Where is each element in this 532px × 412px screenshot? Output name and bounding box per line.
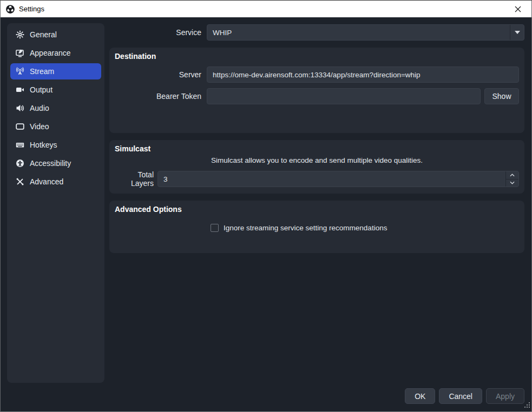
sidebar-item-label: Stream [30, 67, 54, 76]
total-layers-spinner[interactable]: 3 [157, 171, 519, 187]
spinner-up-button[interactable] [506, 171, 518, 180]
obs-logo-icon [5, 4, 15, 14]
close-icon [515, 6, 521, 12]
service-dropdown[interactable]: WHIP [207, 24, 524, 41]
window-title: Settings [19, 5, 44, 13]
ignore-recommendations-label: Ignore streaming service setting recomme… [224, 224, 387, 232]
sidebar-item-label: Video [30, 122, 49, 131]
ok-button[interactable]: OK [405, 388, 435, 404]
advanced-options-title: Advanced Options [115, 205, 519, 214]
sidebar-item-label: General [30, 30, 57, 39]
stream-settings-page: Service WHIP Destination Server Bearer T… [109, 23, 524, 412]
sidebar-item-output[interactable]: Output [10, 82, 101, 98]
sidebar-item-label: Audio [30, 104, 49, 112]
sidebar-item-stream[interactable]: Stream [10, 63, 101, 79]
sidebar-item-label: Hotkeys [30, 141, 57, 149]
sidebar-item-label: Advanced [30, 177, 63, 186]
simulcast-section: Simulcast Simulcast allows you to encode… [109, 140, 524, 194]
show-button[interactable]: Show [484, 88, 519, 104]
resize-grip[interactable] [524, 401, 530, 410]
sidebar-item-label: Output [30, 85, 52, 94]
service-row: Service WHIP [109, 24, 524, 41]
chevron-up-icon [510, 174, 515, 177]
bearer-token-row: Bearer Token Show [115, 88, 519, 104]
accessibility-icon [16, 159, 24, 168]
sidebar-item-appearance[interactable]: Appearance [10, 45, 101, 61]
sidebar-item-label: Accessibility [30, 159, 71, 168]
simulcast-description: Simulcast allows you to encode and send … [115, 156, 519, 165]
spinner-down-button[interactable] [506, 180, 518, 187]
sidebar-item-accessibility[interactable]: Accessibility [10, 155, 101, 171]
chevron-down-icon [510, 181, 515, 184]
server-label: Server [115, 70, 207, 79]
total-layers-row: Total Layers 3 [115, 171, 519, 187]
server-input[interactable] [207, 67, 519, 83]
sidebar-item-advanced[interactable]: Advanced [10, 174, 101, 190]
settings-window: Settings GeneralAppearanceStreamOutputAu… [0, 0, 532, 412]
total-layers-value: 3 [163, 175, 168, 183]
ignore-recommendations-checkbox[interactable] [211, 224, 219, 232]
advanced-icon [16, 177, 24, 186]
stream-icon [16, 67, 24, 76]
sidebar-item-video[interactable]: Video [10, 118, 101, 135]
titlebar[interactable]: Settings [1, 1, 531, 17]
simulcast-title: Simulcast [115, 144, 519, 153]
sidebar-item-label: Appearance [30, 49, 71, 57]
sidebar-item-hotkeys[interactable]: Hotkeys [10, 137, 101, 153]
settings-sidebar: GeneralAppearanceStreamOutputAudioVideoH… [7, 23, 104, 383]
advanced-options-section: Advanced Options Ignore streaming servic… [109, 201, 524, 253]
total-layers-label: Total Layers [115, 170, 154, 188]
hotkeys-icon [16, 141, 24, 149]
apply-button: Apply [486, 388, 524, 404]
resize-grip-icon [524, 402, 530, 408]
output-icon [16, 85, 24, 94]
dialog-buttons: OK Cancel Apply [405, 388, 524, 404]
bearer-token-label: Bearer Token [115, 92, 207, 101]
bearer-token-input[interactable] [207, 88, 481, 104]
appearance-icon [16, 49, 24, 57]
destination-title: Destination [115, 52, 519, 61]
dropdown-arrow-icon [510, 25, 524, 40]
destination-section: Destination Server Bearer Token Show [109, 48, 524, 133]
audio-icon [16, 104, 24, 112]
ignore-recommendations-row: Ignore streaming service setting recomme… [211, 224, 519, 232]
service-label: Service [109, 28, 207, 37]
spinner-buttons [505, 171, 518, 187]
gear-icon [16, 30, 24, 39]
sidebar-item-audio[interactable]: Audio [10, 100, 101, 116]
server-row: Server [115, 67, 519, 83]
cancel-button[interactable]: Cancel [439, 388, 482, 404]
service-value: WHIP [213, 29, 232, 37]
sidebar-item-general[interactable]: General [10, 26, 101, 43]
close-button[interactable] [509, 1, 527, 17]
video-icon [16, 122, 24, 131]
